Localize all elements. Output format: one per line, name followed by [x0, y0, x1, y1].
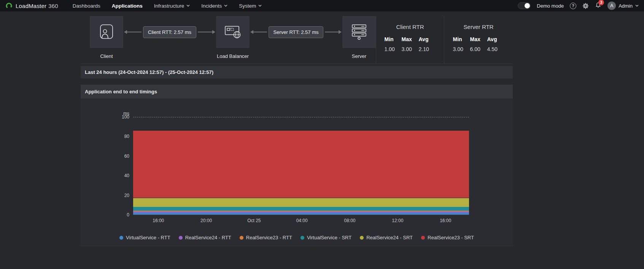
node-load-balancer[interactable]: Load Balancer: [216, 16, 250, 59]
legend-dot: [360, 236, 364, 240]
nav-item-label: Infrastructure: [154, 3, 184, 9]
legend-label: RealService23 - RTT: [246, 235, 292, 240]
gear-icon: [582, 3, 589, 9]
chevron-down-icon: [186, 5, 190, 7]
brand-name: LoadMaster360: [16, 3, 58, 9]
nav-item-label: Incidents: [201, 3, 222, 9]
legend-dot: [240, 236, 243, 240]
nav-item-dashboards[interactable]: Dashboards: [73, 3, 100, 9]
legend-item[interactable]: RealService23 - SRT: [421, 235, 474, 240]
plot-area[interactable]: [133, 117, 469, 215]
nav-item-label: System: [239, 3, 256, 9]
server-icon-box: [342, 16, 376, 48]
demo-mode-label: Demo mode: [537, 3, 564, 9]
node-server[interactable]: Server: [342, 16, 376, 59]
x-tick-label: 04:00: [296, 218, 308, 223]
x-tick-label: Oct 25: [247, 218, 261, 223]
chevron-down-icon: [635, 5, 639, 7]
y-tick-label: 100: [122, 114, 129, 120]
nav-item-applications[interactable]: Applications: [112, 3, 143, 9]
stat-value-avg: 4.50: [487, 46, 504, 52]
y-tick-label: 0: [127, 212, 129, 218]
client-icon: [98, 24, 115, 40]
node-label: Load Balancer: [217, 53, 249, 59]
brand-name-main: LoadMaster: [16, 3, 46, 9]
legend-dot: [119, 236, 123, 240]
nav-item-infrastructure[interactable]: Infrastructure: [154, 3, 190, 9]
client-rtr-panel: Client RTR Min Max Avg 1.00 3.00 2.10: [376, 16, 444, 64]
notification-badge: 3: [598, 0, 604, 5]
nav-item-incidents[interactable]: Incidents: [201, 3, 227, 9]
client-rtt-badge: Client RTT: 2.57 ms: [143, 26, 196, 38]
arrow-right: [198, 30, 215, 34]
timings-chart-panel: Application end to end timings ms 020406…: [81, 85, 513, 247]
client-rtr-table: Min Max Avg 1.00 3.00 2.10: [376, 36, 444, 52]
brand-logo-icon: [5, 2, 13, 10]
nav-item-system[interactable]: System: [239, 3, 262, 9]
node-client[interactable]: Client: [90, 16, 123, 59]
chart-body: ms 020406080100 16:0020:00Oct 2504:0008:…: [81, 99, 513, 240]
legend-label: RealService24 - RTT: [185, 235, 231, 240]
chart-legend: VirtualService - RTTRealService24 - RTTR…: [81, 235, 513, 240]
legend-item[interactable]: RealService24 - SRT: [360, 235, 413, 240]
topology-section: Client Client RTT: 2.57 ms Load Balancer: [81, 16, 513, 64]
arrow-right: [325, 30, 342, 34]
server-rtr-table: Min Max Avg 3.00 6.00 4.50: [444, 36, 513, 52]
server-rtr-title: Server RTR: [444, 24, 513, 30]
settings-button[interactable]: [582, 3, 589, 9]
chart-panel-header: Application end to end timings: [81, 85, 513, 99]
client-link: Client RTT: 2.57 ms: [123, 16, 216, 48]
client-rtr-title: Client RTR: [376, 24, 444, 30]
nav-right-controls: Demo mode ? 3 A Admin: [518, 2, 639, 10]
notifications-button[interactable]: 3: [595, 2, 601, 10]
legend-label: RealService23 - SRT: [428, 235, 474, 240]
user-menu[interactable]: A Admin: [607, 2, 639, 10]
topology-diagram: Client Client RTT: 2.57 ms Load Balancer: [81, 16, 376, 64]
arrow-left: [124, 30, 142, 34]
stat-header-avg: Avg: [419, 36, 436, 42]
node-label: Client: [100, 53, 113, 59]
series-band: [133, 198, 469, 207]
server-rtt-badge: Server RTT: 2.57 ms: [269, 26, 324, 38]
x-tick-label: 08:00: [344, 218, 356, 223]
chevron-down-icon: [224, 5, 227, 7]
legend-label: RealService24 - SRT: [366, 235, 413, 240]
brand[interactable]: LoadMaster360: [5, 2, 58, 10]
stat-header-avg: Avg: [487, 36, 504, 42]
x-tick-label: 16:00: [440, 218, 451, 223]
legend-label: VirtualService - RTT: [126, 235, 170, 240]
plot-wrap: ms 020406080100: [133, 117, 469, 215]
legend-dot: [179, 236, 183, 240]
y-tick-label: 20: [124, 193, 129, 198]
legend-item[interactable]: VirtualService - SRT: [301, 235, 351, 240]
user-name: Admin: [619, 3, 633, 9]
main-menu: Dashboards Applications Infrastructure I…: [73, 3, 262, 9]
legend-dot: [421, 236, 425, 240]
series-band: [133, 207, 469, 211]
x-tick-label: 12:00: [392, 218, 403, 223]
load-balancer-icon: [224, 24, 242, 40]
server-icon: [351, 24, 367, 40]
help-icon[interactable]: ?: [570, 3, 576, 9]
arrow-left: [250, 30, 267, 34]
chevron-down-icon: [258, 5, 262, 7]
stat-header-max: Max: [402, 36, 419, 42]
time-range-bar: Last 24 hours (24-Oct-2024 12:57) - (25-…: [81, 66, 513, 78]
node-label: Server: [352, 53, 366, 59]
series-band: [133, 131, 469, 198]
legend-item[interactable]: VirtualService - RTT: [119, 235, 170, 240]
chart-title: Application end to end timings: [85, 89, 157, 94]
legend-item[interactable]: RealService23 - RTT: [240, 235, 292, 240]
avatar: A: [607, 2, 616, 10]
client-icon-box: [90, 16, 123, 48]
y-tick-label: 60: [124, 154, 129, 159]
stat-value-avg: 2.10: [419, 46, 436, 52]
legend-item[interactable]: RealService24 - RTT: [179, 235, 231, 240]
brand-name-suffix: 360: [48, 3, 58, 9]
stat-header-min: Min: [385, 36, 402, 42]
server-link: Server RTT: 2.57 ms: [250, 16, 342, 48]
server-rtr-panel: Server RTR Min Max Avg 3.00 6.00 4.50: [444, 16, 513, 64]
y-tick-label: 40: [124, 173, 129, 178]
demo-mode-toggle[interactable]: [518, 2, 531, 9]
top-nav: LoadMaster360 Dashboards Applications In…: [0, 0, 644, 11]
